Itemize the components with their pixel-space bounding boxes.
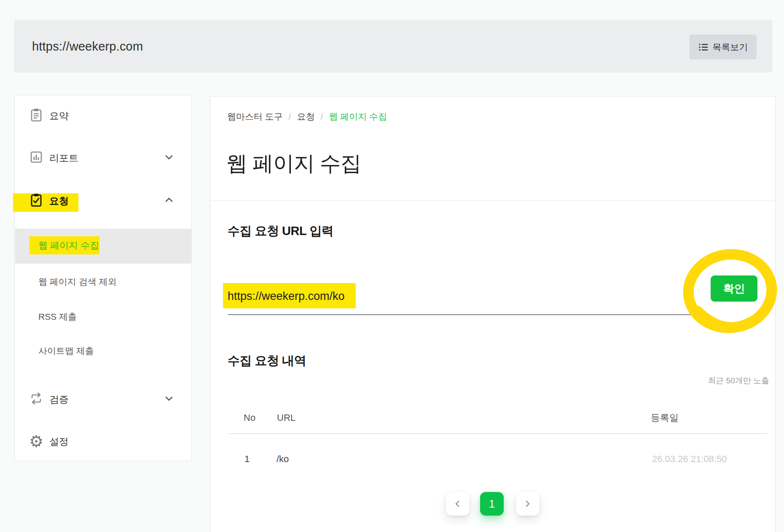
sidebar-item-label: 요약: [49, 110, 69, 123]
sidebar-subitem-web-page-collect[interactable]: 웹 페이지 수집: [38, 236, 99, 254]
sidebar-item-request[interactable]: 요청: [15, 189, 191, 213]
sidebar-item-label: 리포트: [49, 152, 78, 165]
sidebar-subitem-search-exclude[interactable]: 웹 페이지 검색 제외: [38, 273, 177, 291]
list-view-button[interactable]: 목록보기: [690, 35, 757, 59]
breadcrumb-webmaster-tools[interactable]: 웹마스터 도구: [227, 111, 283, 123]
breadcrumb: 웹마스터 도구 / 요청 / 웹 페이지 수집: [227, 111, 387, 123]
sidebar-nav: 요약 리포트 요청 웹 페이지 수집: [14, 95, 192, 461]
list-view-label: 목록보기: [713, 41, 748, 53]
sidebar-subitem-sitemap-submit[interactable]: 사이트맵 제출: [38, 342, 177, 360]
main-content: 웹마스터 도구 / 요청 / 웹 페이지 수집 웹 페이지 수집 수집 요청 U…: [210, 96, 776, 532]
sidebar-subitem-rss-submit[interactable]: RSS 제출: [38, 307, 177, 326]
row-no: 1: [244, 453, 250, 465]
row-date: 26.03.26 21:08:50: [652, 453, 727, 465]
clipboard-icon: [29, 108, 43, 124]
topbar: https://weekerp.com 목록보기: [14, 20, 772, 72]
history-note: 최근 50개만 노출: [708, 375, 769, 386]
divider: [210, 201, 776, 201]
chevron-down-icon: [163, 151, 175, 165]
sidebar-item-label: 요청: [49, 195, 69, 208]
sidebar-item-verify[interactable]: 검증: [15, 388, 191, 411]
row-url: /ko: [277, 453, 289, 465]
bar-chart-icon: [29, 150, 43, 166]
history-section-heading: 수집 요청 내역: [228, 353, 306, 369]
table-divider: [228, 433, 768, 434]
gear-icon: ⚙: [29, 433, 43, 449]
table-header-url: URL: [277, 412, 295, 424]
pagination-page-1-button[interactable]: 1: [480, 492, 504, 516]
table-header-no: No: [244, 412, 255, 424]
sidebar-item-label: 검증: [49, 393, 69, 406]
breadcrumb-separator: /: [321, 112, 323, 122]
breadcrumb-current: 웹 페이지 수집: [329, 111, 387, 123]
chevron-down-icon: [163, 393, 175, 406]
clipboard-check-icon: [29, 193, 43, 209]
chevron-right-icon: [522, 498, 534, 510]
pagination-next-button[interactable]: [516, 492, 540, 516]
url-input[interactable]: https://weekerp.com/ko: [228, 287, 689, 305]
sidebar-item-report[interactable]: 리포트: [15, 146, 191, 170]
breadcrumb-request[interactable]: 요청: [297, 111, 315, 123]
table-header-date: 등록일: [651, 412, 679, 424]
sidebar-item-settings[interactable]: ⚙ 설정: [15, 430, 191, 453]
swap-icon: [29, 391, 43, 407]
confirm-button[interactable]: 확인: [711, 275, 757, 302]
url-input-underline: [228, 314, 691, 315]
breadcrumb-separator: /: [289, 112, 291, 122]
chevron-up-icon: [163, 194, 175, 208]
list-icon: [698, 43, 709, 51]
site-url: https://weekerp.com: [32, 20, 143, 72]
sidebar-item-summary[interactable]: 요약: [15, 104, 191, 128]
url-section-heading: 수집 요청 URL 입력: [228, 223, 333, 240]
chevron-left-icon: [452, 498, 464, 510]
sidebar-item-label: 설정: [49, 435, 69, 448]
pagination-prev-button[interactable]: [446, 492, 470, 516]
page-title: 웹 페이지 수집: [226, 150, 361, 178]
